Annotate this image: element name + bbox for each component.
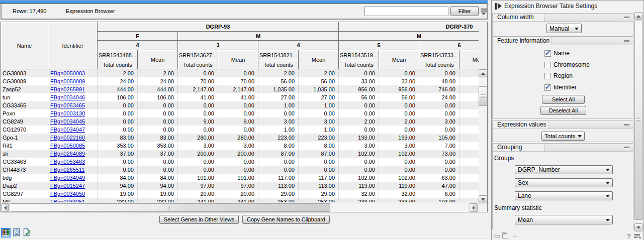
identifier-link[interactable]: FBgn0053463	[50, 159, 85, 165]
identifier-link[interactable]: FBgn0034047	[50, 127, 85, 133]
panel-scroll-thumb[interactable]	[634, 21, 642, 220]
grouping-dropdown-2[interactable]: Sex	[515, 178, 613, 187]
dock-icon[interactable]: ⇥	[512, 233, 518, 239]
grouping-dropdown-1[interactable]: DGRP_Number	[515, 165, 613, 174]
copy-gene-names-button[interactable]: Copy Gene Names to Clipboard	[242, 215, 330, 224]
collapse-panel-icon[interactable]	[495, 3, 497, 10]
identifier-link[interactable]: FBgn0050085	[50, 143, 85, 149]
identifier-link[interactable]: FBgn0265991	[50, 86, 85, 92]
filter-input[interactable]	[364, 7, 448, 16]
srr-column-header[interactable]: SRR1543488...	[98, 50, 138, 60]
filter-button[interactable]: Filter	[450, 6, 479, 16]
sex-header[interactable]: M	[339, 32, 479, 41]
scroll-down-button[interactable]	[479, 195, 487, 203]
scroll-left-button[interactable]	[1, 203, 9, 212]
table-row[interactable]: CG8297FBgn003405019.0019.0020.0020.0029.…	[1, 190, 479, 198]
identifier-link[interactable]: FBgn0050089	[50, 78, 85, 84]
lane-header[interactable]: 4	[258, 41, 339, 50]
help-icon[interactable]: ?	[627, 232, 632, 239]
history-view-icon[interactable]	[13, 228, 20, 236]
identifier-link[interactable]: FBgn0034050	[50, 191, 85, 197]
table-row[interactable]: CG33463FBgn00534630.000.000.000.000.000.…	[1, 158, 479, 166]
table-row[interactable]: CR44373FBgn02655110.000.000.000.000.000.…	[1, 166, 479, 174]
identifier-link[interactable]: FBgn0050083	[50, 70, 85, 76]
lane-header[interactable]: 6	[419, 41, 479, 50]
identifier-link[interactable]: FBgn0003130	[50, 110, 85, 116]
collapse-group-icon[interactable]	[624, 147, 629, 148]
identifier-checkbox[interactable]: ✔	[544, 84, 551, 91]
lane-header[interactable]: 5	[339, 41, 419, 50]
sex-header[interactable]: F	[98, 32, 178, 41]
table-row[interactable]: Diap2FBgn001524794.0094.0097.0097.00113.…	[1, 182, 479, 190]
mean-column-header[interactable]: Mean	[218, 50, 258, 69]
identifier-link[interactable]: FBgn0015247	[50, 183, 85, 189]
identifier-link[interactable]: FBgn0034051	[50, 199, 85, 202]
deselect-all-button[interactable]: Deselect All	[540, 106, 586, 115]
table-horizontal-scrollbar[interactable]	[1, 203, 478, 212]
column-header-identifier[interactable]: Identifier	[48, 22, 98, 69]
select-all-button[interactable]: Select All	[542, 95, 585, 104]
list-icon[interactable]	[634, 233, 641, 239]
panel-splitter[interactable]	[488, 0, 491, 240]
srr-column-header[interactable]: SRR1543733...	[419, 50, 459, 60]
srr-column-header[interactable]: SRR1543519...	[339, 50, 379, 60]
identifier-link[interactable]: FBgn0053465	[50, 102, 85, 108]
vertical-scroll-thumb[interactable]	[479, 86, 487, 106]
summary-statistic-dropdown[interactable]: Mean	[515, 215, 613, 224]
name-checkbox[interactable]: ✔	[544, 50, 551, 57]
mean-column-header[interactable]: Mean	[138, 50, 178, 69]
identifier-link[interactable]: FBgn0034046	[50, 94, 85, 100]
collapse-group-icon[interactable]	[624, 124, 629, 126]
grouping-dropdown-3[interactable]: Lane	[515, 191, 613, 200]
table-row[interactable]: Gpo-1FBgn002216083.0083.00280.00280.0022…	[1, 134, 479, 142]
table-row[interactable]: CG12970FBgn00340470.000.000.000.001.001.…	[1, 126, 479, 134]
collapse-group-icon[interactable]	[624, 17, 629, 18]
group-header-dgrp-370[interactable]: DGRP-370	[339, 22, 479, 32]
table-row[interactable]: CG8249FBgn00340450.000.009.009.003.003.0…	[1, 117, 479, 126]
table-row[interactable]: sliFBgn026408937.0037.00200.00200.0087.0…	[1, 150, 479, 158]
select-genes-button[interactable]: Select Genes in Other Views	[159, 215, 239, 224]
panel-scroll-up-button[interactable]	[634, 12, 642, 20]
lane-header[interactable]: 3	[178, 41, 258, 50]
identifier-link[interactable]: FBgn0034045	[50, 118, 85, 125]
table-vertical-scrollbar[interactable]	[479, 69, 487, 203]
identifier-link[interactable]: FBgn0022160	[50, 135, 85, 141]
table-row[interactable]: Rif1FBgn0050085353.00353.003.003.008.008…	[1, 142, 479, 150]
table-row[interactable]: tunFBgn0034046106.00106.0041.0041.0027.0…	[1, 93, 479, 101]
advanced-filter-icon[interactable]	[480, 8, 488, 15]
mean-column-header[interactable]: Mean	[459, 50, 479, 69]
panel-scrollbar[interactable]	[634, 12, 642, 231]
column-width-dropdown[interactable]: Manual	[546, 24, 582, 33]
table-row[interactable]: MlfFBgn0034051232.00232.00241.00241.0025…	[1, 198, 479, 202]
lane-header[interactable]: 4	[98, 41, 178, 50]
horizontal-scroll-thumb[interactable]	[10, 203, 330, 212]
total-counts-header[interactable]: Total counts	[98, 60, 138, 69]
identifier-link[interactable]: FBgn0264089	[50, 151, 85, 157]
srr-column-header[interactable]: SRR1543627...	[178, 50, 218, 60]
total-counts-header[interactable]: Total counts	[419, 60, 459, 69]
srr-column-header[interactable]: SRR1543821...	[258, 50, 299, 60]
collapse-group-icon[interactable]	[624, 40, 629, 42]
table-row[interactable]: CG33465FBgn00534650.000.000.000.001.001.…	[1, 101, 479, 109]
table-row[interactable]: CG30089FBgn005008924.0024.0070.0070.0056…	[1, 77, 479, 85]
total-counts-header[interactable]: Total counts	[178, 60, 218, 69]
table-row[interactable]: CG30083FBgn00500832.002.000.000.002.002.…	[1, 69, 479, 77]
panel-scroll-down-button[interactable]	[634, 223, 642, 231]
element-info-view-icon[interactable]	[23, 228, 31, 236]
mean-column-header[interactable]: Mean	[299, 50, 339, 69]
scroll-right-button[interactable]	[470, 203, 478, 212]
expression-values-dropdown[interactable]: Total counts	[541, 132, 585, 141]
chromosome-checkbox[interactable]	[544, 62, 551, 68]
total-counts-header[interactable]: Total counts	[258, 60, 299, 69]
table-row[interactable]: Zasp52FBgn0265991444.00444.002,147.002,1…	[1, 85, 479, 93]
table-row[interactable]: bdgFBgn003404984.0084.00101.00101.00117.…	[1, 174, 479, 182]
collapse-all-icon[interactable]	[494, 235, 500, 237]
scroll-up-button[interactable]	[479, 69, 487, 77]
region-checkbox[interactable]	[544, 73, 551, 79]
group-header-dgrp-93[interactable]: DGRP-93	[98, 22, 339, 32]
sex-header[interactable]: M	[178, 32, 339, 41]
total-counts-header[interactable]: Total counts	[339, 60, 379, 69]
identifier-link[interactable]: FBgn0265511	[50, 167, 84, 173]
folder-icon[interactable]	[502, 233, 508, 238]
table-row[interactable]: PoxnFBgn00031300.000.000.000.000.000.000…	[1, 109, 479, 117]
